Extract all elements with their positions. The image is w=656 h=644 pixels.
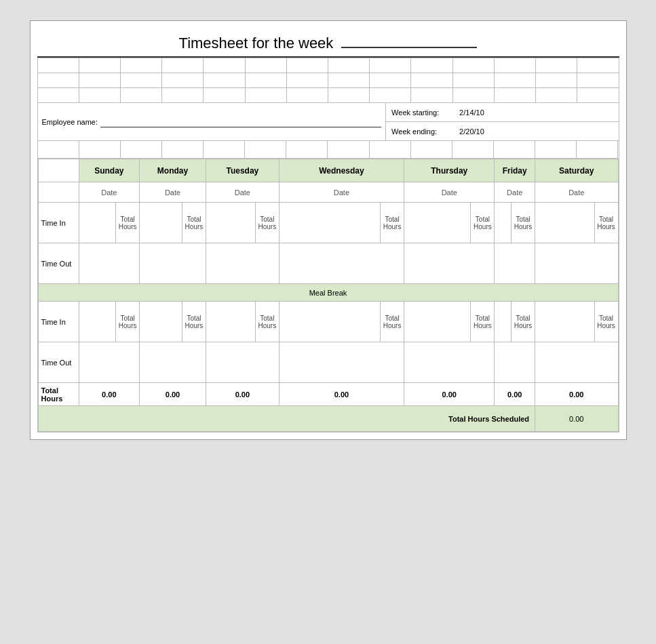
sunday-time-in-after[interactable] (79, 302, 116, 342)
friday-time-out-after[interactable] (495, 342, 535, 383)
top-cell (495, 73, 536, 88)
friday-time-in-after[interactable] (495, 302, 512, 342)
sunday-time-out-before[interactable] (79, 243, 140, 284)
monday-date[interactable]: Date (140, 182, 206, 203)
monday-total: 0.00 (140, 383, 206, 406)
top-cell (287, 58, 328, 73)
wednesday-header: Wednesday (279, 159, 404, 182)
top-cell (495, 88, 536, 103)
thursday-total-hours-before: Total Hours (471, 203, 495, 243)
tuesday-time-in-after[interactable] (206, 302, 255, 342)
thursday-date[interactable]: Date (404, 182, 495, 203)
top-cell (38, 88, 79, 103)
saturday-total-hours-before: Total Hours (594, 203, 618, 243)
week-starting-value: 2/14/10 (459, 108, 484, 117)
tuesday-time-out-before[interactable] (206, 243, 279, 284)
top-cell (411, 88, 452, 103)
tuesday-time-in-before[interactable] (206, 203, 255, 243)
scheduled-label-cell: Total Hours Scheduled (38, 406, 535, 432)
title-underline (341, 47, 477, 48)
top-cell (162, 58, 204, 73)
time-out-label-after-meal: Time Out (38, 342, 79, 383)
thursday-time-out-after[interactable] (404, 342, 495, 383)
top-cell (577, 88, 619, 103)
scheduled-value-cell: 0.00 (535, 406, 618, 432)
top-cell (411, 58, 452, 73)
date-label-cell (38, 182, 79, 203)
sunday-total-hours-after: Total Hours (116, 302, 140, 342)
top-cell (204, 73, 245, 88)
monday-time-out-before[interactable] (140, 243, 206, 284)
sunday-date[interactable]: Date (79, 182, 140, 203)
schedule-table: Sunday Monday Tuesday Wednesday Thursday… (37, 159, 619, 432)
thursday-time-out-before[interactable] (404, 243, 495, 284)
top-cell (162, 73, 204, 88)
wednesday-time-out-before[interactable] (279, 243, 404, 284)
sunday-total: 0.00 (79, 383, 140, 406)
top-cell (370, 88, 411, 103)
top-cell (121, 58, 162, 73)
friday-time-out-before[interactable] (495, 243, 535, 284)
saturday-time-out-after[interactable] (535, 342, 618, 383)
week-ending-value: 2/20/10 (459, 127, 484, 136)
tuesday-time-out-after[interactable] (206, 342, 279, 383)
top-cell (287, 73, 328, 88)
monday-total-hours-before: Total Hours (182, 203, 206, 243)
friday-total-hours-after: Total Hours (512, 302, 535, 342)
top-cell (536, 73, 577, 88)
friday-time-in-before[interactable] (495, 203, 512, 243)
friday-total-hours-before: Total Hours (512, 203, 535, 243)
wednesday-time-in-before[interactable] (279, 203, 380, 243)
top-cell (577, 58, 619, 73)
week-starting-row: Week starting: 2/14/10 (386, 103, 618, 122)
total-hours-row-label: Total Hours (38, 383, 79, 406)
tuesday-total-hours-before: Total Hours (255, 203, 279, 243)
saturday-total-hours-after: Total Hours (594, 302, 618, 342)
decorative-top-rows (37, 58, 619, 103)
monday-time-in-before[interactable] (140, 203, 182, 243)
sunday-time-in-before[interactable] (79, 203, 116, 243)
wednesday-total-hours-after: Total Hours (381, 302, 404, 342)
thursday-header: Thursday (404, 159, 495, 182)
thursday-total-hours-after: Total Hours (471, 302, 495, 342)
wednesday-time-out-after[interactable] (279, 342, 404, 383)
info-section: Employee name: Week starting: 2/14/10 We… (37, 103, 619, 141)
employee-block: Employee name: (38, 103, 387, 141)
thursday-time-in-before[interactable] (404, 203, 471, 243)
monday-header: Monday (140, 159, 206, 182)
saturday-time-in-before[interactable] (535, 203, 594, 243)
monday-time-in-after[interactable] (140, 302, 182, 342)
wednesday-time-in-after[interactable] (279, 302, 380, 342)
saturday-date[interactable]: Date (535, 182, 618, 203)
sunday-header: Sunday (79, 159, 140, 182)
friday-date[interactable]: Date (495, 182, 535, 203)
top-cell (370, 58, 411, 73)
time-in-label-before-meal: Time In (38, 203, 79, 243)
saturday-time-out-before[interactable] (535, 243, 618, 284)
saturday-total: 0.00 (535, 383, 618, 406)
top-cell (246, 58, 287, 73)
saturday-header: Saturday (535, 159, 618, 182)
title-text: Timesheet for the week (179, 35, 334, 52)
thursday-time-in-after[interactable] (404, 302, 471, 342)
time-out-label-before-meal: Time Out (38, 243, 79, 284)
sunday-time-out-after[interactable] (79, 342, 140, 383)
friday-header: Friday (495, 159, 535, 182)
top-cell (411, 73, 452, 88)
wednesday-total-hours-before: Total Hours (381, 203, 404, 243)
top-cell (370, 73, 411, 88)
wednesday-date[interactable]: Date (279, 182, 404, 203)
sheet-title: Timesheet for the week (37, 28, 619, 58)
top-cell (577, 73, 619, 88)
time-in-label-after-meal: Time In (38, 302, 79, 342)
employee-name-input[interactable] (100, 117, 381, 127)
tuesday-date[interactable]: Date (206, 182, 279, 203)
top-cell (495, 58, 536, 73)
tuesday-total: 0.00 (206, 383, 279, 406)
top-cell (246, 73, 287, 88)
top-cell (38, 58, 79, 73)
top-cell (328, 73, 370, 88)
saturday-time-in-after[interactable] (535, 302, 594, 342)
monday-time-out-after[interactable] (140, 342, 206, 383)
timesheet-container: Timesheet for the week (30, 20, 627, 440)
